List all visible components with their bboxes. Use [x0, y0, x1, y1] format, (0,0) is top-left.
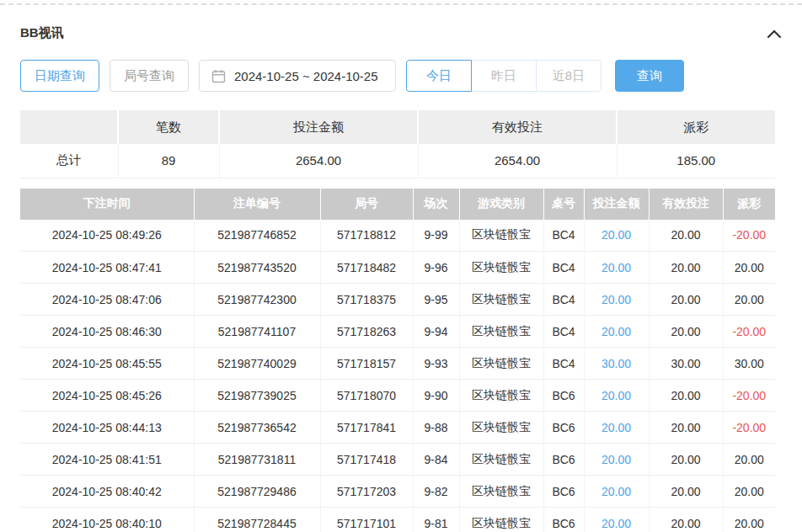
cell-game: 区块链骰宝	[459, 380, 543, 412]
table-row: 2024-10-25 08:47:41 521987743520 5717184…	[20, 252, 775, 284]
summary-col-bet-amount: 投注金额	[219, 110, 418, 144]
cell-order-id: 521987741107	[194, 316, 320, 348]
cell-session: 9-95	[413, 284, 459, 316]
summary-total-row: 总计 89 2654.00 2654.00 185.00	[20, 144, 775, 178]
bet-table: 下注时间 注单编号 局号 场次 游戏类别 桌号 投注金额 有效投注 派彩 202…	[20, 189, 775, 532]
cell-round-id: 571718157	[320, 348, 413, 380]
cell-bet-link[interactable]: 20.00	[584, 252, 649, 284]
table-row: 2024-10-25 08:46:30 521987741107 5717182…	[20, 316, 775, 348]
date-range-input[interactable]: 2024-10-25 ~ 2024-10-25	[199, 60, 396, 92]
summary-table: 笔数 投注金额 有效投注 派彩 总计 89 2654.00 2654.00 18…	[20, 110, 775, 178]
cell-session: 9-96	[413, 252, 459, 284]
cell-time: 2024-10-25 08:45:55	[20, 348, 194, 380]
cell-valid: 30.00	[649, 348, 723, 380]
cell-valid: 20.00	[649, 412, 723, 444]
cell-bet-link[interactable]: 20.00	[584, 476, 649, 508]
summary-total-label: 总计	[20, 144, 118, 178]
cell-round-id: 571717203	[320, 476, 413, 508]
col-header-valid: 有效投注	[649, 189, 723, 220]
calendar-icon	[211, 69, 226, 83]
cell-time: 2024-10-25 08:40:42	[20, 476, 194, 508]
cell-payout: 30.00	[723, 348, 775, 380]
cell-round-id: 571717418	[320, 444, 413, 476]
collapse-button[interactable]	[767, 29, 782, 39]
cell-game: 区块链骰宝	[459, 444, 543, 476]
summary-col-valid-bet: 有效投注	[418, 110, 617, 144]
cell-session: 9-93	[413, 348, 459, 380]
cell-session: 9-82	[413, 476, 459, 508]
cell-round-id: 571718263	[320, 316, 413, 348]
cell-game: 区块链骰宝	[459, 316, 543, 348]
cell-bet-link[interactable]: 20.00	[584, 444, 649, 476]
cell-table-no: BC6	[543, 476, 584, 508]
cell-round-id: 571718375	[320, 284, 413, 316]
search-button[interactable]: 查询	[615, 60, 684, 92]
cell-payout: -20.00	[723, 380, 775, 412]
table-row: 2024-10-25 08:47:06 521987742300 5717183…	[20, 284, 775, 316]
date-range-value: 2024-10-25 ~ 2024-10-25	[234, 69, 378, 83]
cell-time: 2024-10-25 08:44:13	[20, 412, 194, 444]
cell-valid: 20.00	[649, 476, 723, 508]
cell-bet-link[interactable]: 20.00	[584, 508, 649, 532]
cell-bet-link[interactable]: 20.00	[584, 220, 649, 252]
cell-order-id: 521987739025	[194, 380, 320, 412]
col-header-table-no: 桌号	[543, 189, 584, 220]
cell-game: 区块链骰宝	[459, 476, 543, 508]
cell-time: 2024-10-25 08:41:51	[20, 444, 194, 476]
cell-bet-link[interactable]: 20.00	[584, 316, 649, 348]
cell-time: 2024-10-25 08:45:26	[20, 380, 194, 412]
quick-range-yesterday[interactable]: 昨日	[471, 60, 537, 92]
summary-col-payout: 派彩	[617, 110, 775, 144]
col-header-round-id: 局号	[320, 189, 413, 220]
cell-order-id: 521987743520	[194, 252, 320, 284]
cell-payout: 20.00	[723, 284, 775, 316]
cell-game: 区块链骰宝	[459, 508, 543, 532]
cell-bet-link[interactable]: 20.00	[584, 284, 649, 316]
cell-round-id: 571718812	[320, 220, 413, 252]
summary-total-valid-bet: 2654.00	[418, 144, 617, 178]
col-header-session: 场次	[413, 189, 459, 220]
col-header-payout: 派彩	[723, 189, 775, 220]
table-row: 2024-10-25 08:41:51 521987731811 5717174…	[20, 444, 775, 476]
table-row: 2024-10-25 08:45:55 521987740029 5717181…	[20, 348, 775, 380]
cell-bet-link[interactable]: 30.00	[584, 348, 649, 380]
cell-table-no: BC6	[543, 412, 584, 444]
table-row: 2024-10-25 08:44:13 521987736542 5717178…	[20, 412, 775, 444]
cell-valid: 20.00	[649, 284, 723, 316]
cell-table-no: BC4	[543, 316, 584, 348]
quick-range-last8days[interactable]: 近8日	[536, 60, 602, 92]
cell-time: 2024-10-25 08:47:41	[20, 252, 194, 284]
round-query-tab[interactable]: 局号查询	[110, 60, 189, 92]
cell-order-id: 521987729486	[194, 476, 320, 508]
summary-col-blank	[20, 110, 118, 144]
cell-order-id: 521987728445	[194, 508, 320, 532]
cell-valid: 20.00	[649, 252, 723, 284]
summary-header-row: 笔数 投注金额 有效投注 派彩	[20, 110, 775, 144]
cell-bet-link[interactable]: 20.00	[584, 380, 649, 412]
cell-bet-link[interactable]: 20.00	[584, 412, 649, 444]
cell-order-id: 521987742300	[194, 284, 320, 316]
cell-session: 9-81	[413, 508, 459, 532]
summary-col-count: 笔数	[118, 110, 219, 144]
cell-round-id: 571717101	[320, 508, 413, 532]
panel-header: BB视讯	[20, 25, 782, 41]
col-header-bet: 投注金额	[584, 189, 649, 220]
date-query-tab[interactable]: 日期查询	[20, 60, 99, 92]
chevron-up-icon	[767, 29, 782, 39]
top-divider	[0, 3, 802, 5]
cell-valid: 20.00	[649, 444, 723, 476]
cell-session: 9-94	[413, 316, 459, 348]
cell-payout: -20.00	[723, 316, 775, 348]
cell-game: 区块链骰宝	[459, 284, 543, 316]
col-header-time: 下注时间	[20, 189, 194, 220]
cell-valid: 20.00	[649, 220, 723, 252]
summary-total-payout: 185.00	[617, 144, 775, 178]
cell-table-no: BC4	[543, 252, 584, 284]
cell-valid: 20.00	[649, 316, 723, 348]
cell-payout: 20.00	[723, 476, 775, 508]
cell-game: 区块链骰宝	[459, 412, 543, 444]
quick-range-today[interactable]: 今日	[406, 60, 472, 92]
cell-game: 区块链骰宝	[459, 348, 543, 380]
cell-table-no: BC6	[543, 380, 584, 412]
table-row: 2024-10-25 08:45:26 521987739025 5717180…	[20, 380, 775, 412]
